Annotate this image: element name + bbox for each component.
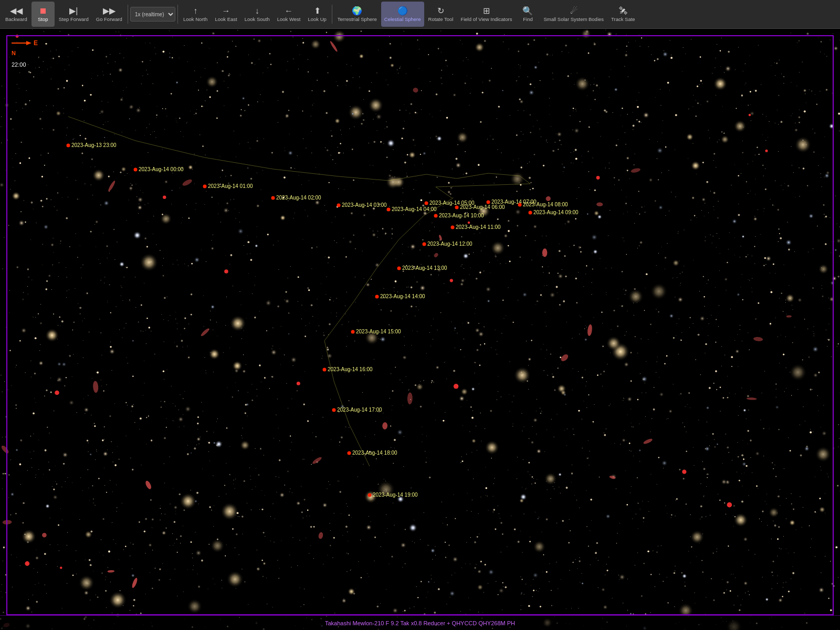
small-solar-icon: ☄: [570, 7, 578, 15]
go-forward-button[interactable]: ▶▶ Go Forward: [93, 2, 125, 27]
look-south-button[interactable]: ↓ Look South: [242, 2, 273, 27]
step-forward-icon: ▶|: [69, 7, 78, 15]
small-solar-button[interactable]: ☄ Small Solar System Bodies: [540, 2, 607, 27]
fov-indicators-icon: ⊞: [483, 7, 490, 15]
main-view[interactable]: E N 22:00 2023-Aug-13 23:002023-Aug-14 0…: [0, 29, 840, 630]
find-button[interactable]: 🔍 Find: [516, 2, 539, 27]
look-north-icon: ↑: [193, 7, 197, 15]
rotate-tool-icon: ↻: [437, 7, 444, 15]
speed-select[interactable]: 1x (realtime) 0.1x 0.5x 2x 5x 10x 100x 1…: [130, 7, 175, 22]
go-forward-icon: ▶▶: [103, 7, 116, 15]
statusbar-text: Takahashi Mewlon-210 F 9.2 Tak x0.8 Redu…: [325, 620, 515, 626]
fov-indicators-button[interactable]: ⊞ Field of View Indicators: [457, 2, 515, 27]
look-up-icon: ⬆: [314, 7, 321, 15]
toolbar: ◀◀ Backward ⏹ Stop ▶| Step Forward ▶▶ Go…: [0, 0, 840, 29]
celestial-sphere-button[interactable]: 🔵 Celestial Sphere: [381, 2, 424, 27]
look-west-button[interactable]: ← Look West: [274, 2, 304, 27]
separator-3: [332, 5, 332, 24]
track-sate-icon: 🛰: [619, 7, 627, 15]
backward-icon: ◀◀: [10, 7, 23, 15]
separator-2: [177, 5, 178, 24]
look-east-button[interactable]: → Look East: [212, 2, 240, 27]
look-west-icon: ←: [285, 7, 293, 15]
terrestrial-sphere-button[interactable]: 🌍 Terrestrial Sphere: [334, 2, 380, 27]
statusbar: Takahashi Mewlon-210 F 9.2 Tak x0.8 Redu…: [0, 615, 840, 630]
rotate-tool-button[interactable]: ↻ Rotate Tool: [425, 2, 457, 27]
stop-icon: ⏹: [39, 7, 47, 15]
step-forward-button[interactable]: ▶| Step Forward: [56, 2, 92, 27]
terrestrial-sphere-icon: 🌍: [352, 7, 362, 15]
look-south-icon: ↓: [255, 7, 259, 15]
backward-button[interactable]: ◀◀ Backward: [2, 2, 30, 27]
look-north-button[interactable]: ↑ Look North: [180, 2, 211, 27]
celestial-sphere-icon: 🔵: [397, 7, 408, 15]
find-icon: 🔍: [522, 7, 533, 15]
separator-1: [128, 5, 128, 24]
look-east-icon: →: [222, 7, 230, 15]
starfield-canvas: [0, 29, 840, 630]
stop-button[interactable]: ⏹ Stop: [32, 2, 55, 27]
track-sate-button[interactable]: 🛰 Track Sate: [608, 2, 638, 27]
look-up-button[interactable]: ⬆ Look Up: [304, 2, 329, 27]
